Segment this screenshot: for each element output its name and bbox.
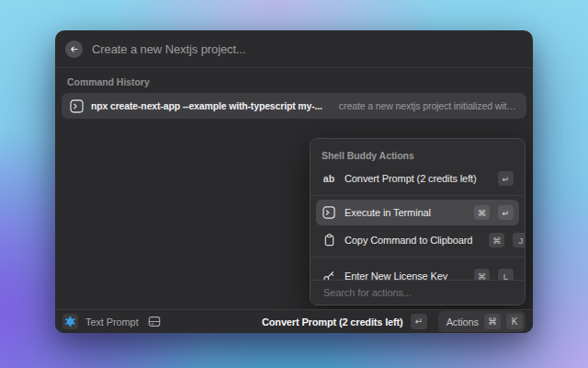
prompt-input[interactable]: Create a new Nextjs project... — [92, 42, 523, 56]
command-key-badge: ⌘ — [489, 233, 504, 247]
return-key-badge: ↵ — [411, 314, 427, 329]
arrow-left-icon — [69, 44, 79, 54]
mode-label: Text Prompt — [85, 316, 139, 328]
shellbuddy-window: Create a new Nextjs project... Command H… — [55, 30, 533, 333]
command-key-badge: ⌘ — [474, 205, 490, 220]
primary-action-label[interactable]: Convert Prompt (2 credits left) — [262, 316, 403, 328]
action-label: Execute in Terminal — [345, 207, 431, 218]
clipboard-icon — [322, 234, 336, 247]
back-button[interactable] — [65, 40, 83, 58]
footer-bar: Text Prompt Convert Prompt (2 credits le… — [55, 309, 533, 333]
k-key-badge: K — [506, 314, 523, 329]
return-key-badge: ↵ — [498, 171, 514, 186]
action-label: Convert Prompt (2 credits left) — [345, 173, 477, 184]
action-copy-clipboard[interactable]: Copy Command to Clipboard ⌘ J — [316, 227, 519, 253]
actions-menu-button[interactable]: Actions ⌘ K — [438, 311, 526, 332]
actions-panel: Shell Buddy Actions ab Convert Prompt (2… — [310, 138, 526, 305]
history-description: create a new nextjs project initialized … — [339, 100, 518, 111]
j-key-badge: J — [513, 233, 526, 247]
command-key-badge: ⌘ — [484, 314, 501, 329]
actions-panel-title: Shell Buddy Actions — [311, 139, 525, 166]
title-bar: Create a new Nextjs project... — [55, 30, 533, 68]
actions-search-bar — [311, 280, 525, 305]
terminal-icon — [322, 206, 336, 219]
actions-search-input[interactable] — [322, 286, 514, 299]
history-command: npx create-next-app --example with-types… — [91, 100, 322, 111]
ab-icon: ab — [322, 173, 336, 184]
action-label: Copy Command to Clipboard — [345, 235, 472, 246]
history-item[interactable]: npx create-next-app --example with-types… — [62, 93, 526, 119]
action-convert-prompt[interactable]: ab Convert Prompt (2 credits left) ↵ — [316, 166, 519, 191]
storage-icon[interactable] — [148, 316, 161, 328]
section-command-history: Command History — [67, 76, 521, 87]
return-key-badge: ↵ — [498, 205, 514, 220]
terminal-icon — [70, 99, 84, 113]
action-execute-terminal[interactable]: Execute in Terminal ⌘ ↵ — [316, 200, 519, 225]
actions-menu-label: Actions — [447, 316, 479, 328]
shellbuddy-logo-icon — [62, 314, 78, 329]
divider — [311, 257, 525, 258]
desktop-background: Create a new Nextjs project... Command H… — [0, 0, 588, 368]
divider — [311, 195, 525, 196]
